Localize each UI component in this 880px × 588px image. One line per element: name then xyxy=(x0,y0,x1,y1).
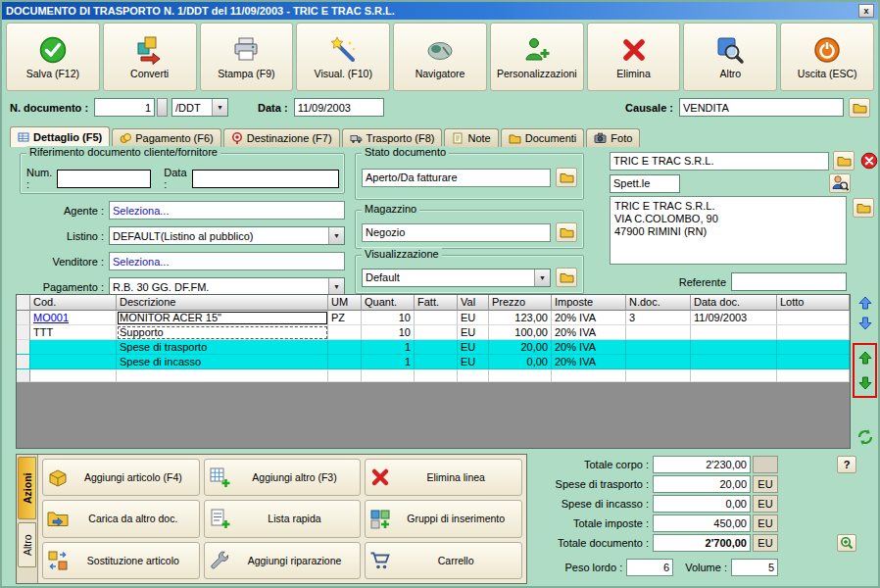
doc-type-select[interactable]: /DDT ▼ xyxy=(171,98,228,117)
cell-quant[interactable]: 10 xyxy=(362,325,415,340)
cell-um[interactable] xyxy=(328,340,362,355)
magazzino-field[interactable]: Negozio xyxy=(362,223,551,242)
table-row-highlighted[interactable]: Spese di trasporto 1 EU 20,00 20% IVA xyxy=(17,340,850,355)
cliente-address-box[interactable]: TRIC E TRAC S.R.L. VIA C.COLOMBO, 90 479… xyxy=(610,196,847,265)
cell-ndoc[interactable] xyxy=(626,340,691,355)
altro-button[interactable]: Altro xyxy=(683,23,777,91)
n-documento-input[interactable] xyxy=(94,98,155,117)
carica-altro-doc-button[interactable]: Carica da altro doc. xyxy=(42,500,200,537)
titlebar[interactable]: DOCUMENTO DI TRASPORTO N. 1/DDT del 11/0… xyxy=(2,2,878,20)
cell-imposte[interactable]: 20% IVA xyxy=(552,311,626,325)
gruppi-inserimento-button[interactable]: Gruppi di inserimento xyxy=(365,500,522,537)
cell-ndoc[interactable] xyxy=(626,325,691,340)
spese-incasso-field[interactable] xyxy=(653,495,751,513)
cell-imposte[interactable]: 20% IVA xyxy=(552,355,626,369)
tab-foto[interactable]: Foto xyxy=(586,128,640,147)
recalculate-button[interactable] xyxy=(837,534,856,552)
cell-lotto[interactable] xyxy=(777,340,850,355)
lista-rapida-button[interactable]: Lista rapida xyxy=(204,500,362,537)
scroll-down-button[interactable] xyxy=(856,315,874,332)
cell-ndoc[interactable]: 3 xyxy=(626,311,691,325)
table-row[interactable]: MO001 MONITOR ACER 15" PZ 10 EU 123,00 2… xyxy=(17,311,850,325)
cell-imposte[interactable]: 20% IVA xyxy=(552,340,626,355)
n-documento-expand-button[interactable] xyxy=(157,98,168,117)
referente-input[interactable] xyxy=(731,272,847,291)
table-row-highlighted[interactable]: Spese di incasso 1 EU 0,00 20% IVA xyxy=(17,355,850,369)
visualizzazione-folder-button[interactable] xyxy=(556,268,577,287)
visual-button[interactable]: Visual. (F10) xyxy=(296,23,390,91)
cell-val[interactable]: EU xyxy=(458,340,489,355)
cell-cod[interactable] xyxy=(30,355,117,369)
magazzino-folder-button[interactable] xyxy=(556,222,577,242)
cell-fatt[interactable] xyxy=(415,355,458,369)
cell-fatt[interactable] xyxy=(415,325,458,340)
cell-datadoc[interactable] xyxy=(691,340,777,355)
cell-prezzo[interactable]: 123,00 xyxy=(489,311,552,325)
cell-fatt[interactable] xyxy=(415,311,458,325)
cell-lotto[interactable] xyxy=(777,355,850,369)
carrello-button[interactable]: Carrello xyxy=(365,542,522,579)
cell-cod[interactable] xyxy=(30,340,117,355)
vtab-altro[interactable]: Altro xyxy=(18,522,36,567)
converti-button[interactable]: Converti xyxy=(103,23,197,91)
indirizzo-folder-button[interactable] xyxy=(853,198,874,218)
cell-fatt[interactable] xyxy=(415,340,458,355)
cell-ndoc[interactable] xyxy=(626,355,691,369)
table-row[interactable]: TTT Supporto 10 EU 100,00 20% IVA xyxy=(17,325,850,340)
totale-documento-field[interactable] xyxy=(653,534,751,552)
cell-cod[interactable]: MO001 xyxy=(30,311,117,325)
riferimento-data-input[interactable] xyxy=(192,170,339,188)
uscita-button[interactable]: Uscita (ESC) xyxy=(780,23,874,91)
close-button[interactable]: x xyxy=(858,4,874,18)
tab-destinazione[interactable]: Destinazione (F7) xyxy=(223,128,340,147)
elimina-button[interactable]: Elimina xyxy=(587,23,681,91)
cell-lotto[interactable] xyxy=(777,325,850,340)
totale-corpo-field[interactable] xyxy=(653,456,751,473)
tab-pagamento[interactable]: Pagamento (F6) xyxy=(112,128,220,147)
cell-quant[interactable]: 1 xyxy=(362,340,415,355)
move-line-up-button[interactable] xyxy=(856,349,874,367)
peso-lordo-field[interactable] xyxy=(626,559,673,576)
volume-field[interactable] xyxy=(731,559,778,576)
listino-select[interactable]: DEFAULT(Listino al pubblico) ▼ xyxy=(109,226,345,245)
tab-note[interactable]: Note xyxy=(444,128,498,147)
aggiungi-riparazione-button[interactable]: Aggiungi riparazione xyxy=(204,542,362,579)
tab-documenti[interactable]: Documenti xyxy=(501,128,585,147)
navigatore-button[interactable]: Navigatore xyxy=(393,23,487,91)
cell-val[interactable]: EU xyxy=(458,311,489,325)
cell-datadoc[interactable] xyxy=(691,355,777,369)
cell-cod[interactable]: TTT xyxy=(30,325,117,340)
cell-descrizione[interactable]: MONITOR ACER 15" xyxy=(117,311,328,325)
cell-prezzo[interactable]: 100,00 xyxy=(489,325,552,340)
cell-val[interactable]: EU xyxy=(458,355,489,369)
riferimento-num-input[interactable] xyxy=(57,170,151,188)
cell-prezzo[interactable]: 0,00 xyxy=(489,355,552,369)
cliente-search-button[interactable] xyxy=(829,173,851,193)
cell-datadoc[interactable] xyxy=(691,325,777,340)
spese-trasporto-field[interactable] xyxy=(653,475,751,493)
personalizzazioni-button[interactable]: Personalizzazioni xyxy=(490,23,584,91)
cell-descrizione[interactable]: Supporto xyxy=(117,325,328,340)
move-line-down-button[interactable] xyxy=(856,374,874,392)
sostituzione-articolo-button[interactable]: Sostituzione articolo xyxy=(42,542,200,579)
cell-val[interactable]: EU xyxy=(458,325,489,340)
agente-field[interactable]: Seleziona... xyxy=(109,201,345,220)
aggiungi-altro-button[interactable]: Aggiungi altro (F3) xyxy=(204,459,362,496)
tab-dettaglio[interactable]: Dettaglio (F5) xyxy=(10,126,110,147)
stampa-button[interactable]: Stampa (F9) xyxy=(200,23,294,91)
elimina-linea-button[interactable]: Elimina linea xyxy=(365,459,522,496)
stato-documento-field[interactable]: Aperto/Da fatturare xyxy=(362,169,551,187)
refresh-button[interactable] xyxy=(856,428,874,446)
cliente-remove-button[interactable] xyxy=(860,152,878,170)
save-button[interactable]: Salva (F12) xyxy=(6,23,100,91)
cell-imposte[interactable]: 20% IVA xyxy=(552,325,626,340)
cell-um[interactable] xyxy=(328,325,362,340)
aggiungi-articolo-button[interactable]: Aggiungi articolo (F4) xyxy=(42,459,200,496)
cell-prezzo[interactable]: 20,00 xyxy=(489,340,552,355)
cell-lotto[interactable] xyxy=(777,311,850,325)
scroll-up-button[interactable] xyxy=(856,294,874,312)
cliente-folder-button[interactable] xyxy=(833,151,855,171)
venditore-field[interactable]: Seleziona... xyxy=(109,252,345,270)
causale-folder-button[interactable] xyxy=(849,98,870,118)
cell-um[interactable] xyxy=(328,355,362,369)
